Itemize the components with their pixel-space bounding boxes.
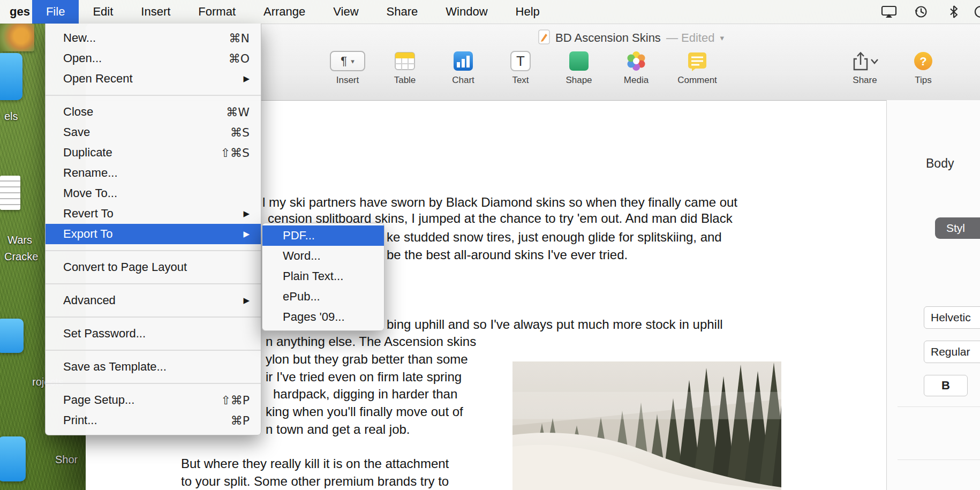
menubar-item-edit[interactable]: Edit [79, 0, 127, 24]
file-menu-item-advanced[interactable]: Advanced▶ [46, 290, 261, 311]
menubar-item-file[interactable]: File [32, 0, 79, 24]
bold-button[interactable]: B [924, 375, 968, 396]
menu-item-label: Export To [63, 227, 113, 241]
menu-item-shortcut: ⌘W [226, 105, 250, 119]
document-text-line[interactable]: to your split. Some other premium brands… [181, 474, 449, 489]
file-menu-item-revert-to[interactable]: Revert To▶ [46, 203, 261, 224]
file-menu-item-save-as-template[interactable]: Save as Template... [46, 357, 261, 377]
menu-item-label: Word... [283, 249, 321, 263]
menu-item-label: Advanced [63, 293, 116, 307]
format-sidebar: Body Styl Font Helvetic Regular B Charac… [886, 100, 980, 490]
export-submenu-item-pdf[interactable]: PDF... [262, 225, 384, 246]
menu-item-shortcut: ⌘N [229, 32, 250, 45]
menubar-item-format[interactable]: Format [184, 0, 250, 24]
file-menu-dropdown: New...⌘NOpen...⌘OOpen Recent▶Close⌘WSave… [45, 24, 261, 435]
font-family-select[interactable]: Helvetic [924, 306, 980, 329]
menu-item-shortcut: ⌘O [229, 52, 250, 65]
menu-item-label: Pages '09... [283, 310, 345, 324]
file-menu-item-save[interactable]: Save⌘S [46, 122, 261, 142]
sidebar-divider [898, 459, 980, 460]
menubar-item-share[interactable]: Share [373, 0, 432, 24]
menu-item-label: Duplicate [63, 146, 112, 160]
tab-style[interactable]: Styl [935, 217, 980, 239]
menu-item-shortcut: ⇧⌘P [221, 394, 250, 407]
menu-item-label: Rename... [63, 166, 118, 180]
document-text-line[interactable]: be the best all-around skins I've ever t… [387, 247, 628, 262]
menu-separator [46, 95, 261, 96]
file-menu-item-duplicate[interactable]: Duplicate⇧⌘S [46, 142, 261, 163]
menu-item-label: Close [63, 105, 93, 119]
airplay-display-icon[interactable] [881, 5, 897, 21]
menu-separator [46, 383, 261, 384]
file-menu-item-print[interactable]: Print...⌘P [46, 410, 261, 431]
submenu-arrow-icon: ▶ [243, 209, 250, 218]
document-text-line[interactable]: bing uphill and so I've always put much … [387, 317, 723, 332]
menu-item-shortcut: ⇧⌘S [221, 146, 250, 160]
file-menu-item-open-recent[interactable]: Open Recent▶ [46, 69, 261, 89]
paragraph-style-value[interactable]: Body [926, 156, 954, 171]
menu-item-label: Open Recent [63, 72, 133, 86]
menu-separator [46, 250, 261, 251]
menubar-item-insert[interactable]: Insert [127, 0, 184, 24]
menu-item-shortcut: ⌘P [231, 414, 250, 427]
document-text-line[interactable]: king when you'll finally move out of [266, 404, 463, 419]
sidebar-divider [898, 406, 980, 407]
submenu-arrow-icon: ▶ [243, 229, 250, 239]
file-menu-item-convert-to-page-layout[interactable]: Convert to Page Layout [46, 257, 261, 277]
file-menu-item-open[interactable]: Open...⌘O [46, 48, 261, 69]
menubar-item-view[interactable]: View [319, 0, 372, 24]
document-text-line[interactable]: ylon but they grab better than some [266, 352, 468, 367]
document-text-line[interactable]: n town and get a real job. [266, 422, 410, 437]
menu-item-label: Set Password... [63, 327, 146, 341]
menu-bar: ges FileEditInsertFormatArrangeViewShare… [0, 0, 980, 24]
document-text-line[interactable]: l my ski partners have sworn by Black Di… [262, 195, 737, 210]
menu-item-label: Revert To [63, 207, 114, 221]
menu-item-label: ePub... [283, 290, 320, 304]
file-menu-item-page-setup[interactable]: Page Setup...⇧⌘P [46, 390, 261, 410]
menu-item-label: Print... [63, 413, 97, 427]
menu-item-label: Page Setup... [63, 393, 134, 407]
menu-item-label: Plain Text... [283, 269, 343, 283]
file-menu-item-set-password[interactable]: Set Password... [46, 323, 261, 344]
document-text-line[interactable]: But where they really kill it is on the … [181, 456, 449, 471]
menu-separator [46, 316, 261, 318]
file-menu-item-export-to[interactable]: Export To▶ [46, 224, 261, 244]
export-submenu-item-epub[interactable]: ePub... [262, 287, 384, 307]
file-menu-item-new[interactable]: New...⌘N [46, 28, 261, 48]
font-weight-select[interactable]: Regular [924, 341, 980, 363]
document-text-line[interactable]: hardpack, digging in harder than [273, 387, 457, 402]
partial-status-icon[interactable] [974, 5, 980, 21]
bluetooth-icon[interactable] [948, 5, 960, 21]
menu-separator [46, 350, 261, 351]
menubar-item-arrange[interactable]: Arrange [250, 0, 319, 24]
app-menu-pages-partial[interactable]: ges [7, 0, 32, 24]
export-submenu-item-plain-text[interactable]: Plain Text... [262, 266, 384, 287]
file-menu-item-rename[interactable]: Rename... [46, 163, 261, 183]
menu-item-label: Open... [63, 51, 102, 65]
export-submenu-item-word[interactable]: Word... [262, 246, 384, 266]
document-text-line[interactable]: ir I've tried even on firm late spring [266, 370, 462, 385]
snowy-trees-photo[interactable] [512, 361, 781, 490]
menu-item-label: Save as Template... [63, 360, 167, 374]
menu-separator [46, 283, 261, 284]
menu-item-label: Move To... [63, 186, 117, 200]
time-machine-icon[interactable] [914, 5, 929, 21]
menu-item-label: Save [63, 125, 90, 139]
export-to-submenu: PDF...Word...Plain Text...ePub...Pages '… [262, 223, 385, 331]
file-menu-item-move-to[interactable]: Move To... [46, 183, 261, 203]
export-submenu-item-pages-09[interactable]: Pages '09... [262, 307, 384, 327]
document-text-line[interactable]: ke studded snow tires, just enough glide… [387, 230, 722, 245]
menu-item-label: PDF... [283, 229, 315, 243]
document-text-line[interactable]: n anything else. The Ascension skins [266, 334, 476, 349]
file-menu-item-close[interactable]: Close⌘W [46, 102, 261, 122]
menu-item-label: Convert to Page Layout [63, 260, 187, 274]
menubar-item-help[interactable]: Help [502, 0, 554, 24]
menu-item-shortcut: ⌘S [230, 126, 250, 139]
menubar-item-window[interactable]: Window [432, 0, 501, 24]
menu-item-label: New... [63, 31, 96, 45]
submenu-arrow-icon: ▶ [243, 296, 250, 305]
submenu-arrow-icon: ▶ [243, 74, 250, 84]
